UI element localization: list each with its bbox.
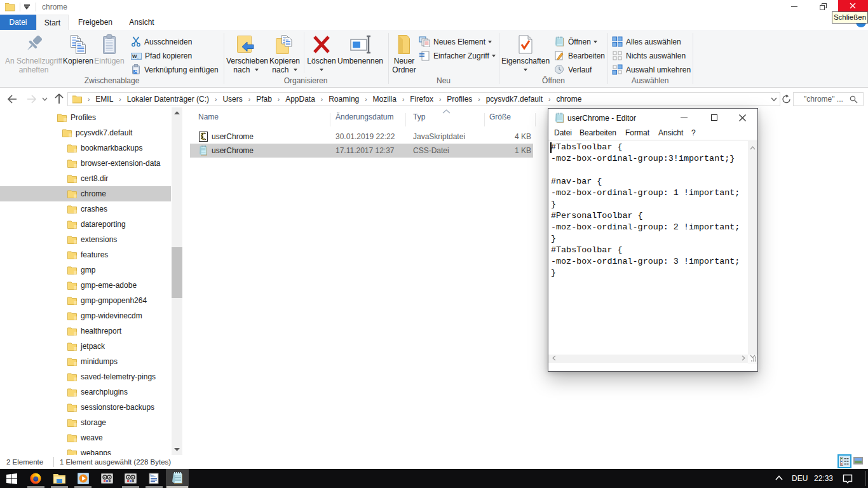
- svg-text:...: ...: [137, 53, 141, 59]
